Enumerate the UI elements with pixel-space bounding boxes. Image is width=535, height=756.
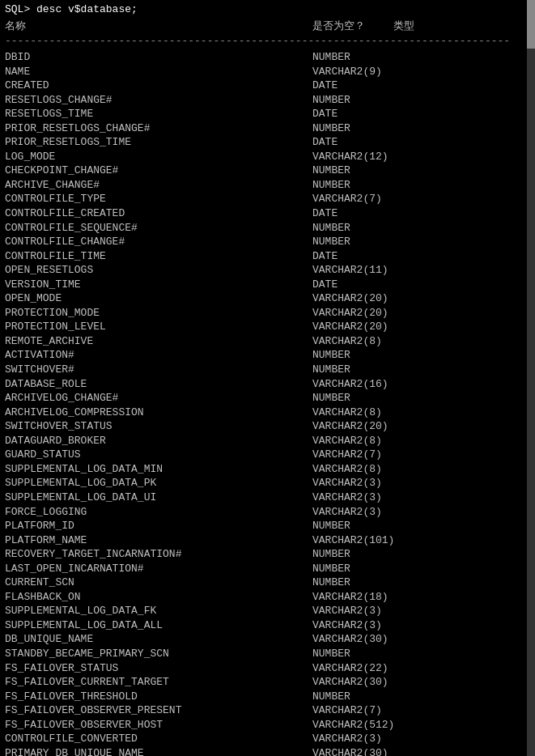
row-name: ARCHIVELOG_COMPRESSION <box>5 406 312 420</box>
row-type: NUMBER <box>312 50 350 65</box>
table-row: RESETLOGS_TIMEDATE <box>5 107 530 121</box>
row-type: VARCHAR2(8) <box>312 334 382 349</box>
row-type: VARCHAR2(30) <box>312 632 389 647</box>
table-row: PROTECTION_MODEVARCHAR2(20) <box>5 306 530 321</box>
table-row: RECOVERY_TARGET_INCARNATION#NUMBER <box>5 547 530 562</box>
table-row: LAST_OPEN_INCARNATION#NUMBER <box>5 562 530 576</box>
row-name: CONTROLFILE_CONVERTED <box>5 732 312 746</box>
row-name: ARCHIVELOG_CHANGE# <box>5 391 312 406</box>
table-row: CONTROLFILE_TIMEDATE <box>5 249 530 264</box>
row-type: NUMBER <box>312 221 350 236</box>
table-row: FS_FAILOVER_THRESHOLDNUMBER <box>5 690 530 704</box>
table-row: FS_FAILOVER_OBSERVER_HOSTVARCHAR2(512) <box>5 718 530 733</box>
row-type: VARCHAR2(11) <box>312 263 389 278</box>
row-type: DATE <box>312 79 338 93</box>
table-row: SWITCHOVER#NUMBER <box>5 363 530 377</box>
table-row: PROTECTION_LEVELVARCHAR2(20) <box>5 320 530 334</box>
row-name: PLATFORM_ID <box>5 519 312 533</box>
row-type: VARCHAR2(30) <box>312 675 389 690</box>
table-row: CONTROLFILE_TYPEVARCHAR2(7) <box>5 192 530 206</box>
row-name: FS_FAILOVER_OBSERVER_PRESENT <box>5 703 312 718</box>
row-name: FS_FAILOVER_OBSERVER_HOST <box>5 718 312 733</box>
row-name: PRIMARY_DB_UNIQUE_NAME <box>5 746 312 756</box>
row-type: VARCHAR2(7) <box>312 448 382 462</box>
row-type: NUMBER <box>312 575 350 590</box>
table-row: DATAGUARD_BROKERVARCHAR2(8) <box>5 434 530 448</box>
row-type: VARCHAR2(101) <box>312 533 394 548</box>
table-row: PRIOR_RESETLOGS_TIMEDATE <box>5 135 530 150</box>
row-type: VARCHAR2(8) <box>312 434 382 448</box>
row-name: CONTROLFILE_CHANGE# <box>5 235 312 249</box>
row-type: VARCHAR2(30) <box>312 746 389 756</box>
type-column-header: 类型 <box>393 19 414 33</box>
table-row: SWITCHOVER_STATUSVARCHAR2(20) <box>5 419 530 434</box>
table-row: ACTIVATION#NUMBER <box>5 348 530 363</box>
row-type: VARCHAR2(3) <box>312 476 382 491</box>
row-name: SUPPLEMENTAL_LOG_DATA_FK <box>5 604 312 618</box>
table-row: ARCHIVE_CHANGE#NUMBER <box>5 178 530 193</box>
nullable-column-header: 是否为空？ <box>312 19 393 33</box>
row-type: NUMBER <box>312 121 350 136</box>
row-type: NUMBER <box>312 235 350 249</box>
row-type: VARCHAR2(18) <box>312 590 389 605</box>
table-row: PRIOR_RESETLOGS_CHANGE#NUMBER <box>5 121 530 136</box>
table-row: CURRENT_SCNNUMBER <box>5 575 530 590</box>
row-type: VARCHAR2(16) <box>312 377 389 392</box>
row-name: FLASHBACK_ON <box>5 590 312 605</box>
table-row: ARCHIVELOG_CHANGE#NUMBER <box>5 391 530 406</box>
table-row: SUPPLEMENTAL_LOG_DATA_ALLVARCHAR2(3) <box>5 618 530 633</box>
scrollbar-thumb[interactable] <box>527 0 535 49</box>
row-name: CONTROLFILE_TIME <box>5 249 312 264</box>
row-name: LOG_MODE <box>5 150 312 164</box>
column-headers: 名称 是否为空？ 类型 <box>5 19 530 33</box>
row-name: FS_FAILOVER_STATUS <box>5 661 312 676</box>
row-name: CONTROLFILE_CREATED <box>5 206 312 221</box>
row-name: RECOVERY_TARGET_INCARNATION# <box>5 547 312 562</box>
row-type: VARCHAR2(12) <box>312 150 389 164</box>
table-row: REMOTE_ARCHIVEVARCHAR2(8) <box>5 334 530 349</box>
table-row: FLASHBACK_ONVARCHAR2(18) <box>5 590 530 605</box>
row-type: VARCHAR2(20) <box>312 291 389 306</box>
row-name: RESETLOGS_TIME <box>5 107 312 121</box>
row-type: VARCHAR2(9) <box>312 65 382 79</box>
row-name: DBID <box>5 50 312 65</box>
table-row: DATABASE_ROLEVARCHAR2(16) <box>5 377 530 392</box>
table-row: FS_FAILOVER_CURRENT_TARGETVARCHAR2(30) <box>5 675 530 690</box>
row-type: VARCHAR2(3) <box>312 618 382 633</box>
row-type: VARCHAR2(8) <box>312 406 382 420</box>
table-row: SUPPLEMENTAL_LOG_DATA_FKVARCHAR2(3) <box>5 604 530 618</box>
row-type: NUMBER <box>312 647 350 661</box>
row-name: SUPPLEMENTAL_LOG_DATA_UI <box>5 491 312 505</box>
row-type: NUMBER <box>312 562 350 576</box>
row-name: PROTECTION_MODE <box>5 306 312 321</box>
table-row: CONTROLFILE_SEQUENCE#NUMBER <box>5 221 530 236</box>
table-row: DB_UNIQUE_NAMEVARCHAR2(30) <box>5 632 530 647</box>
table-row: ARCHIVELOG_COMPRESSIONVARCHAR2(8) <box>5 406 530 420</box>
row-type: NUMBER <box>312 164 350 178</box>
table-row: OPEN_RESETLOGSVARCHAR2(11) <box>5 263 530 278</box>
row-type: NUMBER <box>312 391 350 406</box>
row-name: NAME <box>5 65 312 79</box>
row-type: VARCHAR2(20) <box>312 419 389 434</box>
row-name: LAST_OPEN_INCARNATION# <box>5 562 312 576</box>
scrollbar[interactable] <box>527 0 535 756</box>
name-column-header: 名称 <box>5 19 312 33</box>
row-type: DATE <box>312 107 338 121</box>
table-row: CONTROLFILE_CREATEDDATE <box>5 206 530 221</box>
row-type: VARCHAR2(512) <box>312 718 394 733</box>
table-row: LOG_MODEVARCHAR2(12) <box>5 150 530 164</box>
table-row: RESETLOGS_CHANGE#NUMBER <box>5 93 530 108</box>
row-name: PRIOR_RESETLOGS_TIME <box>5 135 312 150</box>
row-type: NUMBER <box>312 363 350 377</box>
row-type: NUMBER <box>312 690 350 704</box>
row-name: PLATFORM_NAME <box>5 533 312 548</box>
table-row: PLATFORM_NAMEVARCHAR2(101) <box>5 533 530 548</box>
row-type: VARCHAR2(3) <box>312 491 382 505</box>
table-row: CONTROLFILE_CONVERTEDVARCHAR2(3) <box>5 732 530 746</box>
row-name: REMOTE_ARCHIVE <box>5 334 312 349</box>
row-name: STANDBY_BECAME_PRIMARY_SCN <box>5 647 312 661</box>
row-name: OPEN_RESETLOGS <box>5 263 312 278</box>
row-type: VARCHAR2(7) <box>312 703 382 718</box>
row-name: SUPPLEMENTAL_LOG_DATA_MIN <box>5 462 312 477</box>
table-row: SUPPLEMENTAL_LOG_DATA_UIVARCHAR2(3) <box>5 491 530 505</box>
